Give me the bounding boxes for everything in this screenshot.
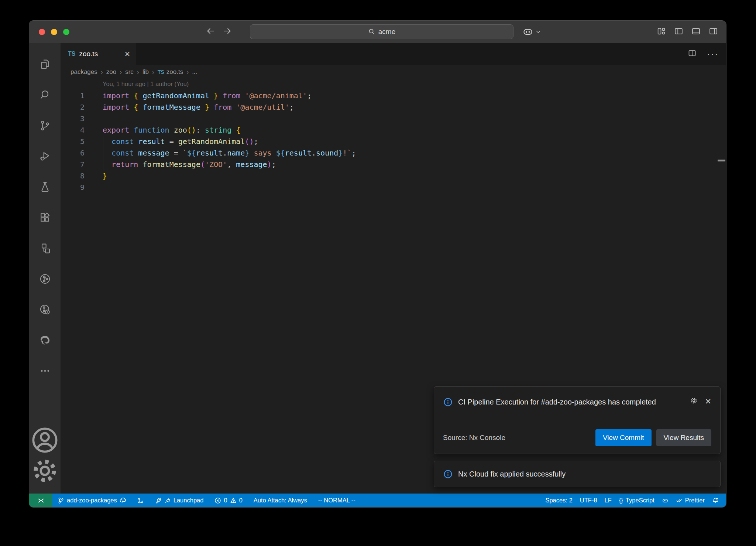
run-debug-icon[interactable] [29,141,61,171]
line-content [85,113,103,124]
line-number: 1 [61,90,85,102]
prettier-status[interactable]: Prettier [672,494,708,507]
notifications-bell[interactable] [708,494,722,507]
commit-graph-icon[interactable] [29,263,61,294]
explorer-icon[interactable] [29,49,61,79]
breadcrumb: packages › zoo › src › lib › TS zoo.ts ›… [61,65,726,79]
git-blame-annotation: You, 1 hour ago | 1 author (You) [61,79,726,90]
copilot-icon [522,26,533,37]
hierarchy-icon[interactable] [29,233,61,263]
launchpad-status[interactable]: Launchpad [151,494,207,507]
breadcrumb-item[interactable]: packages [71,68,97,76]
breadcrumb-file[interactable]: zoo.ts [166,68,183,76]
split-editor-icon[interactable] [688,49,697,59]
code-line[interactable]: 3 [61,113,726,124]
remote-indicator[interactable] [29,494,52,507]
git-branch-icon [58,497,64,504]
breadcrumb-item[interactable]: lib [142,68,149,76]
chevron-separator: › [186,68,189,76]
auto-attach-label: Auto Attach: Always [254,497,307,504]
eol-status[interactable]: LF [601,494,615,507]
language-status[interactable]: {} TypeScript [615,494,658,507]
auto-attach-status[interactable]: Auto Attach: Always [250,494,311,507]
line-content: const result = getRandomAnimal(); [85,136,258,147]
overview-ruler-mark [718,160,725,161]
rocket-icon [155,497,162,504]
notification-ci-pipeline: CI Pipeline Execution for #add-zoo-packa… [434,386,721,454]
warning-triangle-icon [230,497,237,504]
prettier-label: Prettier [685,497,705,504]
warning-count: 0 [239,497,243,504]
command-center-search[interactable]: acme [250,24,513,39]
line-number: 8 [61,170,85,182]
close-icon[interactable]: ✕ [705,397,711,406]
code-line[interactable]: 8} [61,170,726,182]
edge-devtools-icon[interactable] [29,325,61,355]
copilot-status[interactable] [658,494,672,507]
settings-gear-icon[interactable] [29,455,61,486]
forward-arrow-icon[interactable] [223,26,232,37]
line-content: export function zoo(): string { [85,124,240,136]
code-line[interactable]: 6 const message = `${result.name} says $… [61,147,726,159]
line-content: import { getRandomAnimal } from '@acme/a… [85,90,312,102]
close-icon[interactable]: ✕ [124,50,131,58]
code-line[interactable]: 2import { formatMessage } from '@acme/ut… [61,102,726,113]
testing-icon[interactable] [29,171,61,202]
tab-title: zoo.ts [79,50,98,58]
indentation-status[interactable]: Spaces: 2 [542,494,576,507]
plug-icon [164,497,171,504]
customize-layout-icon[interactable] [657,27,666,37]
search-view-icon[interactable] [29,79,61,110]
code-line[interactable]: 5 const result = getRandomAnimal(); [61,136,726,147]
bell-icon [712,497,719,504]
minimize-traffic-icon[interactable] [51,29,57,35]
git-branch-status[interactable]: add-zoo-packages [54,494,130,507]
problems-status[interactable]: 0 0 [211,494,246,507]
language-label: TypeScript [626,497,654,504]
chevron-separator: › [137,68,139,76]
code-line[interactable]: 9 [61,182,726,193]
copilot-menu[interactable] [522,21,541,43]
breadcrumb-item[interactable]: src [125,68,134,76]
vim-mode-status[interactable]: -- NORMAL -- [315,494,359,507]
toggle-sidebar-icon[interactable] [674,27,683,37]
typescript-file-icon: TS [68,51,75,57]
line-content [85,182,103,193]
line-number: 5 [61,136,85,147]
git-graph-status[interactable] [134,494,148,507]
tab-bar: TS zoo.ts ✕ ··· [61,43,726,65]
extensions-icon[interactable] [29,202,61,233]
activity-bar [29,43,61,494]
back-arrow-icon[interactable] [206,26,215,37]
source-control-icon[interactable] [29,110,61,141]
breadcrumb-more[interactable]: ... [192,68,197,76]
close-traffic-icon[interactable] [39,29,45,35]
vim-mode-label: -- NORMAL -- [318,497,355,504]
toggle-secondary-sidebar-icon[interactable] [709,27,718,37]
chevron-down-icon [535,29,541,35]
code-line[interactable]: 1import { getRandomAnimal } from '@acme/… [61,90,726,102]
notification-source: Source: Nx Console [443,434,505,442]
view-commit-button[interactable]: View Commit [595,429,652,446]
account-icon[interactable] [29,425,61,455]
error-circle-icon [214,497,221,504]
encoding-status[interactable]: UTF-8 [576,494,601,507]
code-line[interactable]: 7 return formatMessage('ZOO', message); [61,159,726,170]
view-results-button[interactable]: View Results [656,429,711,446]
breadcrumb-item[interactable]: zoo [106,68,116,76]
more-views-icon[interactable] [29,355,61,386]
vscode-window: acme [29,20,726,508]
gear-icon[interactable] [690,396,698,406]
toggle-panel-icon[interactable] [691,27,701,37]
zoom-traffic-icon[interactable] [63,29,69,35]
error-count: 0 [224,497,227,504]
info-circle-icon [443,397,453,407]
line-content: } [85,170,107,182]
code-line[interactable]: 4export function zoo(): string { [61,124,726,136]
inspect-icon[interactable] [29,294,61,325]
titlebar: acme [29,21,726,43]
tab-zoo-ts[interactable]: TS zoo.ts ✕ [61,43,136,65]
search-icon [368,28,375,35]
spaces-label: Spaces: 2 [545,497,572,504]
notification-message: CI Pipeline Execution for #add-zoo-packa… [458,395,684,409]
